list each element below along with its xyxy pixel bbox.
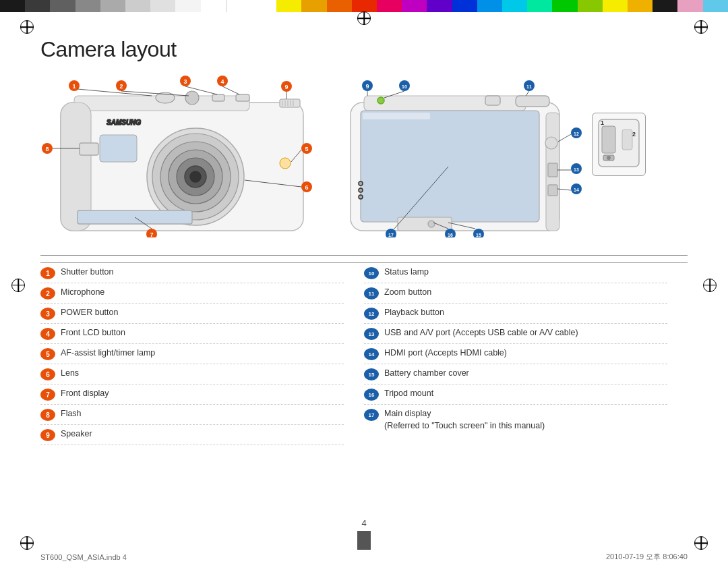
connector-detail: 1 2	[592, 113, 646, 176]
component-3: 3 POWER button	[40, 304, 344, 324]
page-number: 4	[361, 518, 366, 528]
svg-text:7: 7	[150, 231, 153, 237]
component-7: 7 Front display	[40, 384, 344, 405]
svg-text:4: 4	[220, 78, 224, 85]
swatch-cyan	[502, 0, 527, 12]
svg-text:2: 2	[119, 83, 123, 90]
num-badge-12: 12	[364, 308, 379, 320]
reg-mark-top-left	[19, 19, 35, 35]
svg-rect-11	[100, 135, 137, 162]
num-badge-5: 5	[40, 348, 55, 360]
page-title: Camera layout	[40, 37, 688, 62]
swatch-3	[50, 0, 75, 12]
num-badge-13: 13	[364, 328, 379, 340]
component-10: 10 Status lamp	[364, 263, 667, 283]
component-label-3: POWER button	[61, 307, 118, 319]
svg-point-9	[190, 171, 201, 182]
num-badge-16: 16	[364, 389, 379, 401]
svg-point-60	[545, 137, 557, 149]
footer-right: 2010-07-19 오후 8:06:40	[606, 552, 688, 562]
num-badge-2: 2	[40, 287, 55, 300]
svg-text:8: 8	[45, 146, 49, 152]
svg-text:9: 9	[365, 83, 369, 90]
component-6: 6 Lens	[40, 364, 344, 384]
component-label-8: Flash	[61, 408, 82, 420]
svg-point-99	[607, 156, 611, 160]
footer: ST600_QSM_ASIA.indb 4 2010-07-19 오후 8:06…	[40, 552, 688, 562]
component-14: 14 HDMI port (Accepts HDMI cable)	[364, 344, 667, 364]
swatch-magenta	[377, 0, 402, 12]
swatch-teal	[527, 0, 552, 12]
svg-rect-58	[485, 96, 500, 105]
components-table: 1 Shutter button 2 Microphone 3 POWER bu…	[40, 262, 688, 445]
reg-mark-right	[702, 277, 718, 293]
reg-mark-bottom-right	[693, 535, 709, 551]
svg-point-66	[359, 188, 363, 192]
swatch-light-blue	[703, 0, 728, 12]
num-badge-15: 15	[364, 368, 379, 380]
swatch-4	[75, 0, 100, 12]
svg-text:15: 15	[476, 233, 481, 237]
num-badge-4: 4	[40, 328, 55, 340]
component-label-17: Main display(Referred to "Touch screen" …	[384, 408, 545, 432]
reg-mark-top-right	[693, 19, 709, 35]
swatch-gap	[226, 0, 276, 12]
footer-left: ST600_QSM_ASIA.indb 4	[40, 553, 127, 561]
num-badge-8: 8	[40, 409, 55, 421]
component-label-14: HDMI port (Accepts HDMI cable)	[384, 347, 507, 360]
svg-text:12: 12	[574, 132, 579, 136]
page-number-area: 4	[357, 518, 371, 550]
svg-text:10: 10	[402, 84, 407, 89]
component-5: 5 AF-assist light/timer lamp	[40, 344, 344, 364]
swatch-pink	[677, 0, 702, 12]
camera-front-svg: SAMSUNG	[40, 76, 324, 237]
swatch-sky	[477, 0, 502, 12]
svg-point-15	[185, 91, 199, 105]
svg-rect-96	[602, 126, 615, 153]
svg-text:9: 9	[284, 84, 288, 90]
svg-line-30	[121, 91, 189, 96]
swatch-blue	[452, 0, 477, 12]
svg-point-59	[377, 97, 384, 104]
swatch-8	[175, 0, 200, 12]
svg-rect-16	[212, 94, 224, 101]
svg-line-36	[222, 86, 239, 94]
svg-text:14: 14	[574, 188, 579, 192]
svg-rect-57	[516, 96, 549, 107]
reg-mark-left	[10, 277, 26, 293]
num-badge-17: 17	[364, 409, 379, 421]
component-13: 13 USB and A/V port (Accepts USB cable o…	[364, 324, 667, 344]
camera-diagrams: SAMSUNG	[40, 76, 688, 240]
component-label-11: Zoom button	[384, 287, 431, 299]
swatch-orange	[327, 0, 352, 12]
swatch-7	[150, 0, 175, 12]
component-15: 15 Battery chamber cover	[364, 364, 667, 384]
camera-front-diagram: SAMSUNG	[40, 76, 324, 240]
svg-line-76	[526, 91, 529, 96]
component-label-16: Tripod mount	[384, 388, 433, 400]
num-badge-10: 10	[364, 267, 379, 279]
svg-point-65	[359, 181, 363, 186]
component-label-9: Speaker	[61, 428, 92, 440]
svg-rect-17	[236, 94, 249, 101]
svg-text:2: 2	[632, 131, 636, 138]
component-2: 2 Microphone	[40, 283, 344, 304]
svg-text:1: 1	[601, 119, 604, 126]
svg-rect-61	[548, 163, 557, 177]
swatch-purple	[402, 0, 427, 12]
component-label-6: Lens	[61, 368, 79, 380]
component-label-12: Playback button	[384, 307, 444, 319]
page-bar	[357, 531, 371, 550]
component-16: 16 Tripod mount	[364, 384, 667, 405]
swatch-9	[201, 0, 226, 12]
component-8: 8 Flash	[40, 405, 344, 425]
swatch-green	[552, 0, 577, 12]
num-badge-14: 14	[364, 348, 379, 360]
component-9: 9 Speaker	[40, 425, 344, 445]
svg-text:16: 16	[448, 233, 453, 237]
reg-mark-bottom-left	[19, 535, 35, 551]
svg-text:6: 6	[305, 184, 308, 191]
swatch-black2	[653, 0, 677, 12]
swatch-2	[25, 0, 50, 12]
swatch-yellow2	[603, 0, 628, 12]
